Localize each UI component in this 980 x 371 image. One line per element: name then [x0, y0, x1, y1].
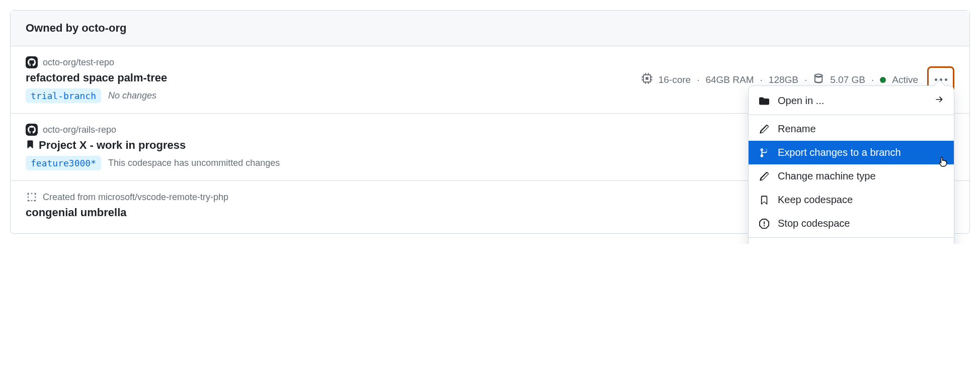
storage-used: 5.07 GB: [830, 74, 865, 85]
pencil-icon: [759, 124, 770, 134]
status-dot-icon: [880, 77, 886, 83]
codespace-name[interactable]: congenial umbrella: [26, 206, 127, 219]
branch-pill[interactable]: feature3000*: [26, 156, 101, 170]
actions-dropdown: Open in ... Rename Export changes to a b…: [748, 85, 954, 244]
menu-export-branch[interactable]: Export changes to a branch: [749, 141, 954, 164]
repo-name[interactable]: octo-org/rails-repo: [43, 125, 116, 135]
menu-open-in[interactable]: Open in ...: [749, 89, 954, 115]
menu-label: Keep codespace: [778, 194, 944, 206]
status-label: Active: [892, 74, 918, 85]
branch-status: No changes: [108, 90, 156, 101]
menu-label: Export changes to a branch: [778, 147, 944, 158]
menu-label: Rename: [778, 123, 944, 135]
branch-pill[interactable]: trial-branch: [26, 88, 101, 103]
panel-header: Owned by octo-org: [11, 11, 969, 46]
repo-source[interactable]: Created from microsoft/vscode-remote-try…: [43, 192, 228, 203]
github-avatar-icon: [26, 124, 38, 136]
cpu-icon: [641, 73, 652, 86]
database-icon: [813, 73, 824, 86]
repo-name[interactable]: octo-org/test-repo: [43, 57, 114, 68]
bookmark-filled-icon: [26, 139, 35, 152]
disk-spec: 128GB: [769, 74, 798, 85]
codespaces-panel: Owned by octo-org octo-org/test-repo ref…: [10, 10, 970, 234]
codespace-name[interactable]: refactored space palm-tree: [26, 71, 167, 84]
branch-status: This codespace has uncommitted changes: [108, 158, 280, 168]
codespace-meta: 16-core · 64GB RAM · 128GB · 5.07 GB · A…: [641, 73, 918, 86]
menu-change-machine[interactable]: Change machine type: [749, 164, 954, 188]
panel-title: Owned by octo-org: [26, 22, 126, 34]
menu-label: Stop codespace: [778, 218, 944, 229]
cpu-spec: 16-core: [659, 74, 691, 85]
ram-spec: 64GB RAM: [705, 74, 754, 85]
arrow-right-icon: [935, 95, 944, 107]
folder-icon: [759, 96, 770, 106]
github-avatar-icon: [26, 56, 38, 68]
git-branch-icon: [759, 148, 770, 158]
pencil-icon: [759, 171, 770, 181]
menu-stop-codespace[interactable]: Stop codespace: [749, 212, 954, 235]
menu-keep-codespace[interactable]: Keep codespace: [749, 188, 954, 212]
menu-label: Change machine type: [778, 170, 944, 182]
stop-icon: [759, 219, 770, 229]
codespace-name[interactable]: Project X - work in progress: [39, 139, 186, 152]
codespace-row: octo-org/test-repo refactored space palm…: [11, 46, 969, 114]
codespace-info: octo-org/test-repo refactored space palm…: [26, 56, 641, 103]
codespace-info: Created from microsoft/vscode-remote-try…: [26, 191, 804, 223]
menu-label: Open in ...: [778, 95, 927, 107]
menu-rename[interactable]: Rename: [749, 117, 954, 141]
menu-delete[interactable]: Delete: [749, 237, 954, 244]
codespace-info: octo-org/rails-repo Project X - work in …: [26, 124, 794, 170]
template-icon: [26, 191, 38, 203]
bookmark-icon: [759, 195, 770, 205]
